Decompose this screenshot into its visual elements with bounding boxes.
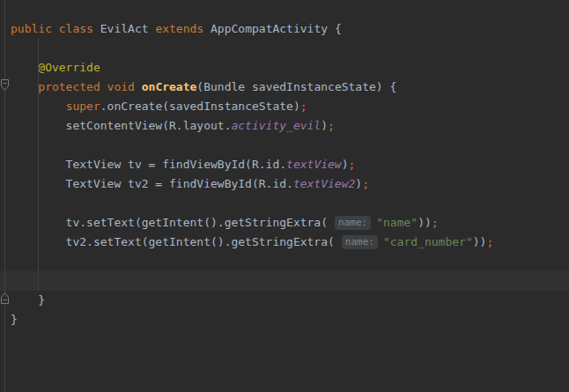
code-token-plain: ) <box>321 119 328 132</box>
code-token-keyword: protected <box>38 80 100 93</box>
code-line[interactable]: setContentView(R.layout.activity_evil); <box>11 116 493 136</box>
code-token-annotation: @Override <box>38 61 100 74</box>
code-line[interactable]: protected void onCreate(Bundle savedInst… <box>11 78 493 97</box>
code-token-semicolon: ; <box>362 177 369 190</box>
code-token-plain: } <box>11 313 18 326</box>
gutter-border <box>4 0 5 392</box>
code-token-plain: ) <box>355 177 362 190</box>
code-line[interactable] <box>11 252 493 271</box>
code-token-keyword: class <box>59 22 93 35</box>
code-token-semicolon: ; <box>328 119 335 132</box>
code-area[interactable]: public class EvilAct extends AppCompatAc… <box>11 19 493 329</box>
code-token-plain <box>52 22 59 35</box>
code-token-plain: tv.setText(getIntent().getStringExtra( <box>11 216 328 229</box>
code-line[interactable]: tv2.setText(getIntent().getStringExtra(n… <box>11 233 493 252</box>
code-token-method: onCreate <box>142 80 197 93</box>
code-token-keyword: super <box>66 100 100 113</box>
code-line[interactable]: tv.setText(getIntent().getStringExtra(na… <box>11 213 493 233</box>
code-token-plain: )) <box>418 216 432 229</box>
code-line[interactable]: TextView tv = findViewById(R.id.textView… <box>11 155 493 174</box>
code-token-plain <box>100 80 107 93</box>
code-token-plain: .onCreate(savedInstanceState) <box>100 100 300 113</box>
code-line[interactable] <box>11 39 493 58</box>
code-token-plain: TextView tv = findViewById(R.id. <box>11 158 286 171</box>
code-line[interactable]: public class EvilAct extends AppCompatAc… <box>11 19 493 39</box>
fold-collapse-end-icon[interactable] <box>0 292 10 305</box>
indent-guide <box>38 39 39 291</box>
code-line[interactable]: } <box>11 291 493 310</box>
code-token-plain: EvilAct <box>93 22 155 35</box>
code-token-keyword: extends <box>155 22 203 35</box>
fold-collapse-start-icon[interactable] <box>0 78 10 92</box>
code-token-plain <box>135 80 142 93</box>
code-line[interactable]: TextView tv2 = findViewById(R.id.textVie… <box>11 174 493 194</box>
code-token-plain <box>11 61 38 74</box>
code-token-keyword: public <box>11 22 52 35</box>
code-token-semicolon: ; <box>432 216 439 229</box>
code-token-keyword: void <box>107 80 135 93</box>
code-token-plain: TextView tv2 = findViewById(R.id. <box>11 177 293 190</box>
code-token-string: "name" <box>376 216 418 229</box>
code-token-plain: setContentView(R.layout. <box>11 119 231 132</box>
code-token-plain <box>11 80 38 93</box>
code-token-plain: AppCompatActivity { <box>203 22 342 35</box>
code-token-field: activity_evil <box>231 119 321 132</box>
code-token-semicolon: ; <box>349 158 356 171</box>
code-token-field: textView <box>286 158 342 171</box>
java-code-editor[interactable]: public class EvilAct extends AppCompatAc… <box>0 0 569 392</box>
code-token-semicolon: ; <box>300 100 307 113</box>
code-line[interactable]: } <box>11 310 493 329</box>
inlay-hint-name: name: <box>335 216 371 230</box>
code-line[interactable]: @Override <box>11 58 493 78</box>
code-line[interactable] <box>11 271 493 291</box>
code-token-string: "card_number" <box>383 235 473 248</box>
code-token-plain: } <box>11 293 45 307</box>
code-token-plain: )) <box>473 235 487 248</box>
code-token-plain: ) <box>342 158 349 171</box>
code-line[interactable] <box>11 136 493 155</box>
code-line[interactable] <box>11 194 493 213</box>
inlay-hint-name: name: <box>342 235 378 249</box>
code-token-plain: (Bundle savedInstanceState) { <box>196 80 396 93</box>
code-token-semicolon: ; <box>486 235 493 248</box>
code-line[interactable]: super.onCreate(savedInstanceState); <box>11 97 493 116</box>
code-token-plain: tv2.setText(getIntent().getStringExtra( <box>11 235 335 248</box>
code-token-field: textView2 <box>293 177 355 190</box>
